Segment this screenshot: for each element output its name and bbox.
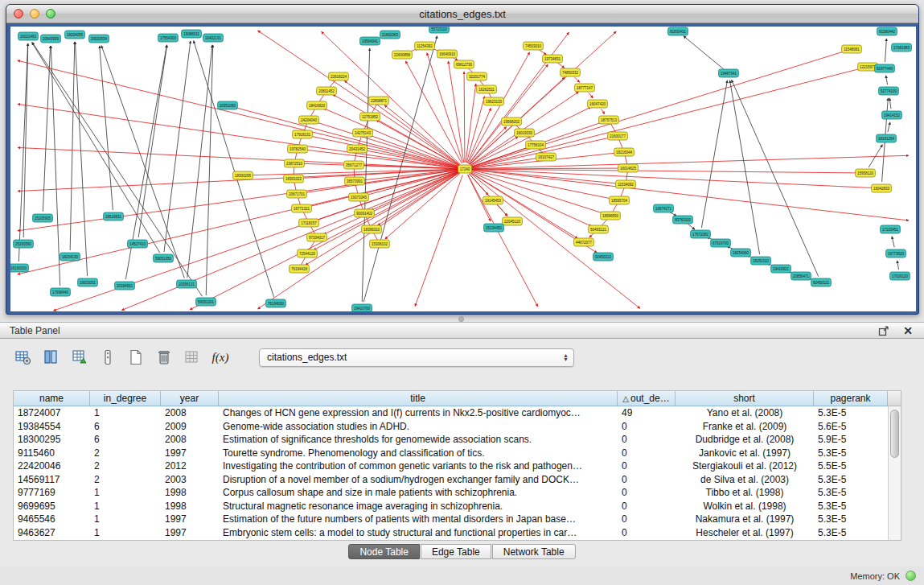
graph-node[interactable]: 21802063 bbox=[380, 31, 400, 39]
graph-node[interactable]: 67919700 bbox=[711, 239, 731, 247]
tab-edge-table[interactable]: Edge Table bbox=[421, 544, 491, 559]
graph-edge[interactable] bbox=[589, 233, 593, 237]
graph-node[interactable]: 19373345 bbox=[349, 193, 369, 201]
graph-node[interactable]: 16773620 bbox=[886, 249, 906, 257]
table-row[interactable]: 969969511998Structural magnetic resonanc… bbox=[14, 500, 901, 513]
table-row[interactable]: 911546021997Tourette syndrome. Phenomeno… bbox=[14, 447, 901, 460]
graph-node[interactable]: 15958120 bbox=[856, 169, 876, 177]
graph-node[interactable]: 17103451 bbox=[881, 225, 901, 233]
graph-edge[interactable] bbox=[589, 93, 593, 98]
graph-node[interactable]: 20356131 bbox=[177, 280, 197, 288]
graph-node[interactable]: 22600858 bbox=[392, 51, 413, 59]
network-table-select[interactable]: citations_edges.txt ▲▼ bbox=[259, 348, 574, 367]
graph-node[interactable]: 90091402 bbox=[355, 209, 375, 217]
graph-edge[interactable] bbox=[194, 41, 274, 298]
column-header-short[interactable]: short bbox=[676, 391, 814, 406]
graph-node[interactable]: 91580442 bbox=[877, 27, 897, 35]
graph-node[interactable]: 19023031 bbox=[78, 278, 98, 286]
graph-node[interactable]: 81830431 bbox=[668, 27, 688, 35]
table-row[interactable]: 1872400712008Changes of HCN gene express… bbox=[14, 406, 901, 420]
graph-node[interactable]: 59051350 bbox=[154, 254, 174, 262]
graph-node[interactable]: 19782540 bbox=[288, 145, 308, 153]
graph-node[interactable]: 69612730 bbox=[454, 60, 474, 68]
graph-node[interactable]: 19416921 bbox=[771, 265, 791, 273]
graph-edge[interactable] bbox=[575, 77, 580, 83]
column-header-pagerank[interactable]: pagerank bbox=[814, 391, 888, 406]
graph-node[interactable]: 20431452 bbox=[347, 145, 368, 153]
column-chooser-icon[interactable] bbox=[97, 347, 118, 368]
import-table-icon[interactable] bbox=[69, 347, 90, 368]
graph-edge[interactable] bbox=[557, 63, 565, 68]
graph-edge[interactable] bbox=[897, 261, 899, 270]
column-header-in_degree[interactable]: in_degree bbox=[90, 391, 161, 406]
graph-node[interactable]: 17081983 bbox=[892, 43, 912, 51]
graph-node[interactable]: 18254060 bbox=[731, 249, 751, 257]
graph-node[interactable]: 18399310 bbox=[362, 225, 382, 233]
graph-node[interactable]: 19568202 bbox=[502, 117, 522, 126]
graph-node[interactable]: 16107427 bbox=[536, 153, 556, 161]
graph-node[interactable]: 16771321 bbox=[292, 204, 312, 212]
graph-edge[interactable] bbox=[306, 172, 459, 265]
graph-edge[interactable] bbox=[688, 224, 695, 229]
graph-edge[interactable] bbox=[602, 109, 605, 114]
graph-edge[interactable] bbox=[464, 72, 465, 163]
tab-node-table[interactable]: Node Table bbox=[348, 544, 420, 559]
graph-node[interactable]: 76194030 bbox=[266, 299, 286, 307]
import-table-disabled-icon[interactable] bbox=[182, 347, 203, 368]
graph-node[interactable]: 14275143 bbox=[353, 129, 373, 137]
graph-edge[interactable] bbox=[316, 122, 459, 167]
graph-node[interactable]: 16019330 bbox=[515, 129, 535, 137]
graph-edge[interactable] bbox=[468, 52, 530, 163]
table-scrollbar[interactable] bbox=[888, 406, 901, 540]
table-settings-icon[interactable] bbox=[13, 347, 34, 368]
graph-edge[interactable] bbox=[427, 53, 463, 163]
window-titlebar[interactable]: citations_edges.txt bbox=[6, 5, 918, 23]
panel-resize-handle[interactable] bbox=[454, 316, 468, 321]
table-row[interactable]: 946554611997Estimation of the future num… bbox=[14, 513, 901, 526]
graph-edge[interactable] bbox=[888, 122, 890, 132]
graph-edge[interactable] bbox=[889, 98, 891, 109]
graph-node[interactable]: 16640910 bbox=[437, 50, 458, 58]
graph-node[interactable]: 18204130 bbox=[60, 253, 80, 261]
graph-node[interactable]: 20856471 bbox=[791, 272, 811, 280]
new-table-icon[interactable] bbox=[125, 347, 146, 368]
graph-node[interactable]: 20351090 bbox=[218, 101, 238, 109]
table-scrollbar-thumb[interactable] bbox=[890, 410, 899, 458]
graph-node[interactable]: 17672082 bbox=[691, 230, 711, 238]
graph-edge[interactable] bbox=[471, 68, 861, 167]
graph-edge[interactable] bbox=[497, 205, 507, 216]
graph-edge[interactable] bbox=[100, 46, 113, 210]
graph-node[interactable]: 18416820 bbox=[307, 101, 327, 109]
graph-node[interactable]: 18595704 bbox=[610, 196, 630, 204]
graph-edge[interactable] bbox=[684, 36, 724, 69]
graph-edge[interactable] bbox=[701, 80, 727, 228]
graph-node[interactable]: 21600177 bbox=[608, 132, 628, 140]
graph-node[interactable]: 16262511 bbox=[477, 85, 497, 93]
graph-edge[interactable] bbox=[539, 49, 547, 55]
graph-node[interactable]: 12751852 bbox=[360, 113, 380, 121]
graph-node[interactable]: 32201774 bbox=[467, 72, 487, 80]
graph-node[interactable]: 16402131 bbox=[203, 34, 224, 42]
graph-node[interactable]: 16047420 bbox=[588, 100, 608, 108]
graph-edge[interactable] bbox=[369, 135, 458, 167]
network-canvas[interactable]: 1724022618224208114521841682024204040179… bbox=[10, 27, 916, 311]
graph-node[interactable]: 18777147 bbox=[575, 84, 595, 92]
table-row[interactable]: 977716911998Corpus callosum shape and si… bbox=[14, 486, 901, 500]
graph-node[interactable]: 17918131 bbox=[293, 130, 313, 138]
graph-node[interactable]: 44672077 bbox=[574, 238, 594, 246]
graph-node[interactable]: 15134450 bbox=[484, 224, 504, 232]
graph-edge[interactable] bbox=[23, 43, 28, 237]
show-columns-icon[interactable] bbox=[41, 347, 62, 368]
graph-node[interactable]: 74850332 bbox=[561, 68, 581, 76]
table-row[interactable]: 2242004622012Investigating the contribut… bbox=[14, 459, 901, 473]
float-panel-icon[interactable] bbox=[877, 324, 890, 337]
column-header-title[interactable]: title bbox=[219, 391, 618, 406]
graph-node[interactable]: 17026120 bbox=[890, 272, 910, 280]
graph-node[interactable]: 22618224 bbox=[329, 72, 349, 80]
graph-node[interactable]: 16190030 bbox=[10, 264, 28, 272]
graph-node[interactable]: 22808871 bbox=[369, 97, 389, 105]
graph-edge[interactable] bbox=[730, 80, 760, 254]
close-panel-icon[interactable]: ✕ bbox=[901, 324, 914, 337]
zoom-button[interactable] bbox=[46, 9, 55, 19]
graph-edge[interactable] bbox=[448, 61, 463, 163]
